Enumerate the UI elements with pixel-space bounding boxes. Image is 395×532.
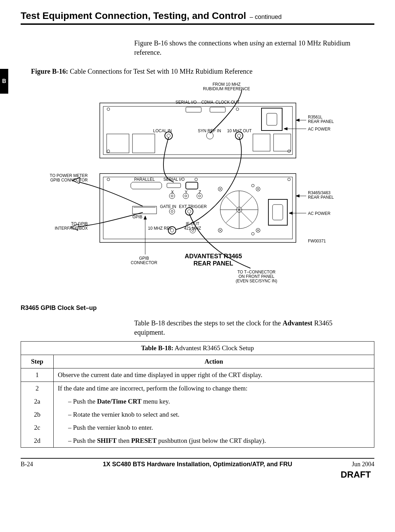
- svg-point-29: [171, 195, 173, 197]
- lbl-gpib-connector: GPIB CONNECTOR: [131, 256, 157, 265]
- lbl-ac-power-top: AC POWER: [308, 127, 330, 132]
- lbl-10mhz-out: 10 MHZ OUT: [227, 129, 252, 133]
- table-intro-pre: Table B-18 describes the steps to set th…: [134, 319, 282, 327]
- table-row: 1 Observe the current date and time disp…: [21, 368, 374, 382]
- table-row: 2c – Push the vernier knob to enter.: [21, 421, 374, 434]
- step-2: 2: [21, 382, 54, 395]
- svg-marker-69: [284, 127, 287, 130]
- lbl-parallel: PARALLEL: [134, 177, 155, 182]
- svg-point-21: [107, 178, 110, 181]
- lbl-z: Z: [199, 190, 201, 195]
- lbl-to-power-meter: TO POWER METER GPIB CONNECTOR: [34, 174, 88, 182]
- lbl-r3465: R3465/3463 REAR PANEL: [308, 191, 334, 200]
- footer-date: Jun 2004: [323, 461, 374, 468]
- lbl-to-gpib-box: TO GPIB INTERFACE BOX: [34, 222, 88, 231]
- svg-point-37: [188, 210, 191, 213]
- table-title-bold: Table B-18:: [141, 344, 173, 352]
- lbl-ext-trigger: EXT TRIGGER: [179, 205, 207, 209]
- svg-rect-26: [167, 183, 181, 188]
- footer-page-number: B-24: [21, 461, 72, 468]
- table-intro-bold: Advantest: [282, 319, 312, 327]
- svg-rect-6: [186, 107, 201, 112]
- intro-paragraph: Figure B-16 shows the connections when u…: [134, 39, 354, 57]
- svg-rect-17: [253, 134, 270, 151]
- clock-setup-table: Table B-18: Advantest R3465 Clock Setup …: [21, 341, 374, 448]
- lbl-local-in: LOCAL IN: [153, 129, 172, 133]
- lbl-advantest-title: ADVANTEST R3465 REAR PANEL: [175, 253, 251, 267]
- action-2a: – Push the Date/Time CRT menu key.: [58, 398, 170, 405]
- col-action: Action: [54, 355, 374, 368]
- side-tab: B: [0, 69, 8, 94]
- footer-draft: DRAFT: [21, 469, 374, 480]
- lbl-cdma-clock: CDMA CLOCK OUT: [201, 100, 239, 105]
- svg-rect-8: [261, 108, 282, 131]
- table-row: 2 If the date and time are incorrect, pe…: [21, 382, 374, 395]
- page-title: Test Equipment Connection, Testing, and …: [21, 10, 246, 21]
- svg-rect-62: [268, 199, 287, 225]
- svg-point-25: [252, 232, 254, 235]
- lbl-gpib: GPIB: [132, 215, 142, 219]
- connection-diagram: FROM 10 MHZ RUBIDIUM REFERENCE SERIAL I/…: [48, 82, 358, 296]
- lbl-gate-in: GATE IN: [160, 205, 176, 209]
- table-header-row: Step Action: [21, 355, 374, 368]
- lbl-serial-io-top: SERIAL I/O: [175, 100, 197, 105]
- table-title-row: Table B-18: Advantest R3465 Clock Setup: [21, 342, 374, 355]
- lbl-from-rubidium: FROM 10 MHZ RUBIDIUM REFERENCE: [203, 82, 250, 91]
- svg-rect-15: [107, 134, 129, 153]
- svg-rect-7: [210, 107, 225, 112]
- svg-point-3: [236, 108, 239, 111]
- lbl-x: X: [171, 190, 174, 195]
- svg-point-4: [107, 150, 110, 153]
- figure-caption: Figure B-16: Cable Connections for Test …: [31, 67, 374, 75]
- step-2c: 2c: [21, 421, 54, 434]
- action-2b: – Rotate the vernier knob to select and …: [58, 411, 179, 418]
- lbl-to-t-connector: TO T–CONNECTOR ON FRONT PANEL (EVEN SEC/…: [236, 270, 277, 284]
- table-row: 2b – Rotate the vernier knob to select a…: [21, 408, 374, 421]
- action-1: Observe the current date and time displa…: [54, 368, 374, 382]
- subheading: R3465 GPIB Clock Set–up: [21, 304, 374, 312]
- table-row: 2d – Push the SHIFT then PRESET pushbutt…: [21, 434, 374, 448]
- page-header: Test Equipment Connection, Testing, and …: [21, 10, 374, 21]
- lbl-y: Y: [185, 190, 188, 195]
- footer-doc-title: 1X SC480 BTS Hardware Installation, Opti…: [72, 461, 323, 468]
- step-1: 1: [21, 368, 54, 382]
- col-step: Step: [21, 355, 54, 368]
- intro-pre: Figure B-16 shows the connections when: [134, 39, 250, 47]
- svg-marker-67: [296, 119, 299, 122]
- svg-point-34: [169, 209, 175, 214]
- lbl-serial-io-bot: SERIAL I/O: [163, 177, 185, 182]
- table-title-rest: Advantest R3465 Clock Setup: [173, 344, 254, 352]
- page-title-continued: – continued: [249, 13, 281, 21]
- lbl-if-out: IF OUT 421 MHZ: [184, 222, 201, 231]
- svg-marker-75: [144, 216, 147, 219]
- step-2d: 2d: [21, 434, 54, 448]
- intro-em: using: [250, 39, 265, 47]
- svg-point-24: [252, 184, 254, 187]
- svg-marker-71: [296, 195, 299, 197]
- figure-caption-text: Cable Connections for Test Set with 10 M…: [68, 67, 253, 75]
- step-2a: 2a: [21, 395, 54, 408]
- svg-point-23: [288, 178, 290, 181]
- svg-point-35: [171, 210, 173, 212]
- svg-point-22: [195, 178, 198, 181]
- action-2d: – Push the SHIFT then PRESET pushbutton …: [58, 437, 266, 445]
- svg-point-11: [167, 134, 170, 137]
- figure-number: Figure B-16:: [31, 67, 68, 75]
- action-2c: – Push the vernier knob to enter.: [58, 424, 153, 431]
- svg-point-33: [199, 195, 201, 197]
- lbl-fw: FW00371: [308, 239, 326, 243]
- side-tab-letter: B: [0, 77, 8, 85]
- svg-point-2: [107, 108, 110, 111]
- action-2: If the date and time are incorrect, perf…: [54, 382, 374, 395]
- lbl-r3561l: R3561L REAR PANEL: [308, 115, 334, 124]
- step-2b: 2b: [21, 408, 54, 421]
- svg-point-31: [185, 195, 187, 197]
- lbl-ac-power-bot: AC POWER: [308, 211, 330, 216]
- lbl-10mhz-ref: 10 MHZ REF: [148, 226, 172, 231]
- lbl-syn-ref: SYN REF IN: [198, 129, 221, 133]
- svg-rect-27: [186, 182, 198, 189]
- svg-marker-73: [289, 212, 292, 215]
- svg-rect-16: [132, 134, 155, 153]
- page-footer: B-24 1X SC480 BTS Hardware Installation,…: [21, 458, 374, 480]
- table-intro: Table B-18 describes the steps to set th…: [134, 319, 354, 337]
